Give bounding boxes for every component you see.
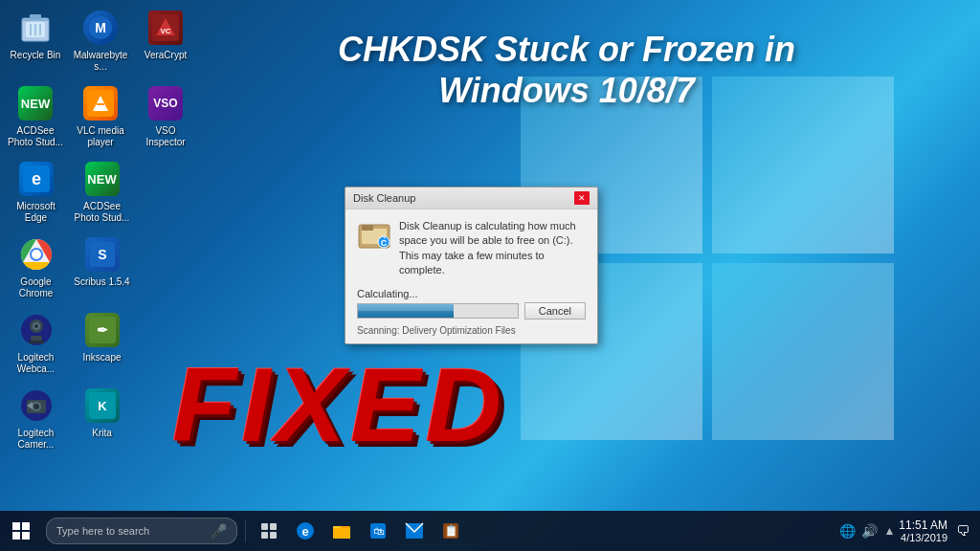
svg-rect-50	[333, 528, 350, 539]
vlc-icon[interactable]: VLC mediaplayer	[70, 80, 131, 152]
svg-text:M: M	[95, 20, 106, 35]
dialog-titlebar: Disk Cleanup ✕	[345, 187, 597, 209]
svg-text:e: e	[301, 524, 308, 539]
inkscape-label: Inkscape	[82, 352, 121, 364]
edge-label: MicrosoftEdge	[16, 201, 56, 224]
taskbar-app5[interactable]: 📋	[434, 511, 468, 551]
progress-bar-container: Cancel	[357, 302, 586, 320]
system-tray-icons: 🌐 🔊 ▲	[839, 523, 895, 539]
svg-rect-43	[270, 523, 277, 530]
article-heading: CHKDSK Stuck or Frozen in Windows 10/8/7	[191, 29, 942, 111]
fixed-label: FIXED	[172, 343, 506, 465]
disk-cleanup-dialog-icon: C	[357, 219, 391, 253]
acdsee-icon[interactable]: NEW ACDSeePhoto Stud...	[5, 80, 66, 152]
svg-rect-45	[270, 532, 277, 539]
krita-label: Krita	[92, 428, 112, 439]
progress-bar-fill	[358, 304, 454, 318]
veracrypt-label: VeraCrypt	[145, 50, 187, 61]
scribus-label: Scribus 1.5.4	[74, 276, 129, 288]
taskbar-system-tray: 🌐 🔊 ▲ 11:51 AM 4/13/2019 🗨	[839, 511, 980, 551]
heading-line2: Windows 10/8/7	[191, 70, 942, 111]
acdsee-label: ACDSeePhoto Stud...	[8, 125, 63, 148]
dialog-body: C Disk Cleanup is calculating how much s…	[345, 209, 597, 343]
dialog-content-area: C Disk Cleanup is calculating how much s…	[357, 219, 586, 278]
logitech-camera-icon[interactable]: LogitechCamer...	[5, 383, 67, 454]
taskbar-task-view[interactable]	[252, 511, 286, 551]
cancel-button[interactable]: Cancel	[524, 302, 586, 320]
desktop-icons-area: Recycle Bin M Malwarebytes...	[5, 5, 196, 521]
svg-rect-44	[261, 532, 268, 539]
dialog-message: Disk Cleanup is calculating how much spa…	[399, 219, 586, 278]
vlc-label: VLC mediaplayer	[77, 125, 123, 148]
recycle-bin-icon[interactable]: Recycle Bin	[5, 5, 66, 77]
svg-text:✒: ✒	[97, 322, 108, 338]
google-chrome-icon[interactable]: GoogleChrome	[5, 231, 67, 303]
scanning-item: Delivery Optimization Files	[402, 325, 515, 336]
dialog-title: Disk Cleanup	[353, 192, 415, 204]
dialog-close-button[interactable]: ✕	[574, 191, 590, 205]
scanning-text: Scanning: Delivery Optimization Files	[357, 325, 586, 336]
svg-text:e: e	[31, 169, 40, 188]
progress-label: Calculating...	[357, 288, 586, 299]
krita-icon[interactable]: K Krita	[71, 383, 133, 454]
acdsee2-label: ACDSeePhoto Stud...	[75, 201, 130, 224]
malwarebytes-icon[interactable]: M Malwarebytes...	[70, 5, 131, 77]
logitech-webcam-label: LogitechWebca...	[17, 352, 55, 375]
progress-bar-bg	[357, 303, 519, 319]
microsoft-edge-icon[interactable]: e MicrosoftEdge	[5, 156, 67, 228]
volume-icon: 🔊	[861, 523, 878, 539]
vso-icon[interactable]: VSO VSOInspector	[135, 80, 196, 152]
svg-text:C: C	[381, 238, 388, 248]
taskbar-store[interactable]: 🛍	[361, 511, 395, 551]
scanning-label: Scanning:	[357, 325, 399, 336]
chrome-label: GoogleChrome	[19, 276, 54, 299]
battery-icon: ▲	[883, 524, 895, 538]
inkscape-icon[interactable]: ✒ Inkscape	[71, 307, 133, 379]
svg-text:VC: VC	[160, 27, 170, 35]
svg-text:🛍: 🛍	[373, 525, 385, 537]
heading-line1: CHKDSK Stuck or Frozen in	[191, 29, 942, 70]
svg-rect-42	[261, 523, 268, 530]
acdsee2-icon[interactable]: NEW ACDSeePhoto Stud...	[71, 156, 133, 228]
clock-date: 4/13/2019	[899, 532, 947, 543]
microphone-icon: 🎤	[211, 523, 227, 539]
malwarebytes-label: Malwarebytes...	[72, 50, 129, 73]
taskbar-divider1	[245, 519, 246, 542]
svg-text:S: S	[98, 247, 106, 262]
svg-text:K: K	[98, 399, 107, 413]
scribus-icon[interactable]: S Scribus 1.5.4	[71, 231, 133, 303]
start-button[interactable]	[0, 511, 42, 551]
system-clock[interactable]: 11:51 AM 4/13/2019	[899, 518, 947, 543]
svg-rect-14	[97, 103, 104, 105]
svg-text:📋: 📋	[444, 523, 458, 538]
disk-cleanup-dialog: Disk Cleanup ✕ C Disk Cleanup is calcula…	[345, 187, 598, 344]
taskbar-pinned-icons: e 🛍	[241, 511, 468, 551]
svg-rect-2	[30, 14, 41, 19]
search-placeholder-text: Type here to search	[56, 525, 211, 537]
recycle-bin-label: Recycle Bin	[11, 50, 61, 61]
dialog-progress-section: Calculating... Cancel Scanning: Delivery…	[357, 288, 586, 336]
vso-label: VSOInspector	[145, 125, 185, 148]
svg-rect-27	[29, 341, 44, 343]
desktop: CHKDSK Stuck or Frozen in Windows 10/8/7…	[0, 0, 980, 551]
veracrypt-icon[interactable]: VC VeraCrypt	[135, 5, 196, 77]
network-icon: 🌐	[839, 523, 856, 539]
windows-start-icon	[12, 522, 30, 540]
notification-center-icon[interactable]: 🗨	[951, 511, 974, 551]
logitech-webcam-icon[interactable]: LogitechWebca...	[5, 307, 67, 379]
svg-point-25	[34, 324, 38, 328]
clock-time: 11:51 AM	[899, 518, 947, 532]
taskbar: Type here to search 🎤 e	[0, 511, 980, 551]
svg-rect-39	[362, 225, 373, 231]
logitech-camera-label: LogitechCamer...	[18, 428, 55, 451]
svg-point-19	[32, 250, 41, 259]
taskbar-search[interactable]: Type here to search 🎤	[46, 518, 237, 544]
taskbar-explorer[interactable]	[324, 511, 359, 551]
svg-point-33	[33, 404, 39, 409]
taskbar-edge[interactable]: e	[288, 511, 323, 551]
taskbar-mail[interactable]	[397, 511, 432, 551]
svg-rect-26	[31, 336, 42, 341]
